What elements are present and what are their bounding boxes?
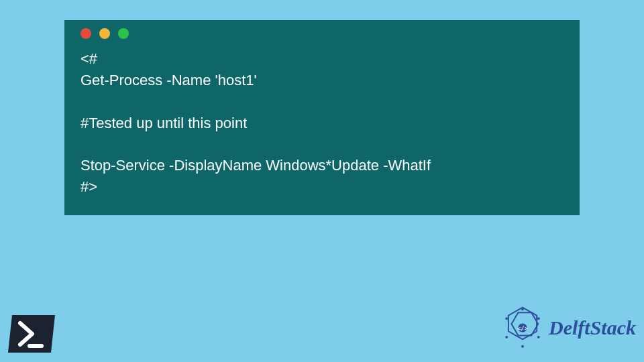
svg-text:</>: </>: [517, 324, 529, 332]
code-window: <# Get-Process -Name 'host1' #Tested up …: [64, 20, 580, 215]
brand: </> DelftStack: [500, 306, 636, 350]
svg-point-8: [521, 345, 524, 348]
svg-point-7: [537, 336, 540, 339]
delftstack-logo-icon: </>: [500, 306, 545, 350]
svg-point-10: [505, 317, 508, 320]
svg-point-9: [505, 336, 508, 339]
code-block: <# Get-Process -Name 'host1' #Tested up …: [76, 48, 568, 198]
maximize-icon: [118, 28, 129, 39]
powershell-icon: [7, 314, 56, 354]
minimize-icon: [99, 28, 110, 39]
svg-point-5: [521, 308, 524, 310]
window-controls: [80, 28, 568, 39]
brand-name: DelftStack: [549, 316, 636, 339]
close-icon: [80, 28, 91, 39]
svg-point-6: [537, 317, 540, 320]
